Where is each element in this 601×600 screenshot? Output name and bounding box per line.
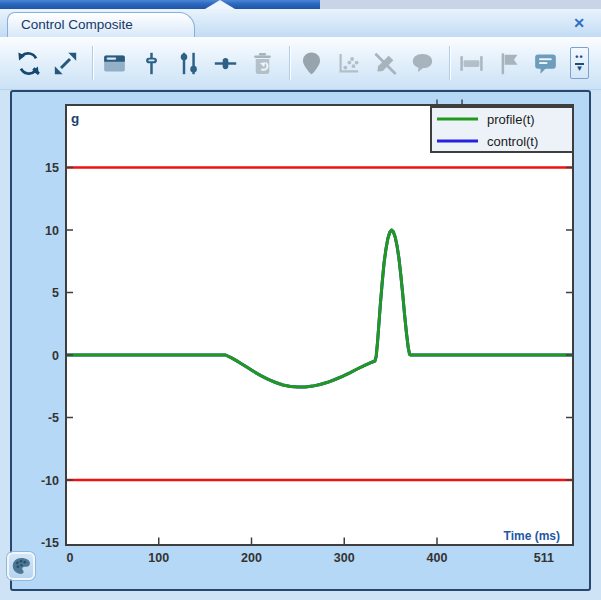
- chevron-down-icon: ▼: [576, 65, 584, 73]
- legend-label: control(t): [487, 134, 538, 149]
- flag-marker-icon: [495, 50, 522, 77]
- toolbar-separator: [449, 46, 451, 80]
- x-tick-label: 200: [241, 551, 262, 565]
- plot-panel: 151050-5-10-150100200300400511gTime (ms)…: [10, 90, 591, 591]
- tab-title: Control Composite: [21, 17, 133, 32]
- y-tick-label: -10: [41, 474, 59, 488]
- dual-sliders-icon[interactable]: [175, 50, 202, 77]
- y-tick-label: 10: [45, 224, 59, 238]
- y-axis-unit-label: g: [71, 111, 79, 126]
- marker-pin-icon: [298, 50, 325, 77]
- zoom-refresh-icon[interactable]: [15, 50, 42, 77]
- palette-button[interactable]: [7, 552, 35, 580]
- y-tick-label: -15: [41, 536, 59, 550]
- scatter-points-icon: [335, 50, 362, 77]
- close-icon[interactable]: ✕: [570, 14, 588, 32]
- horizontal-slider-icon[interactable]: [212, 50, 239, 77]
- x-tick-label: 300: [334, 551, 355, 565]
- plot-toolbar: [0, 37, 601, 90]
- toolbar-overflow-button[interactable]: •• ▼: [570, 47, 589, 79]
- note-comment-icon[interactable]: [532, 50, 559, 77]
- delete-restore-icon: [249, 50, 276, 77]
- x-tick-label: 400: [427, 551, 448, 565]
- speech-bubble-icon: [409, 50, 436, 77]
- panel-display-icon[interactable]: [101, 50, 128, 77]
- title-strip-highlight: [0, 0, 320, 9]
- legend-label: profile(t): [487, 112, 535, 127]
- vertical-cursor-icon[interactable]: [138, 50, 165, 77]
- tab-bar: Control Composite ✕: [0, 9, 601, 37]
- toolbar-separator: [92, 46, 94, 80]
- overflow-dots: ••: [575, 54, 583, 60]
- y-tick-label: -5: [48, 411, 59, 425]
- toolbar-separator: [289, 46, 291, 80]
- draw-disabled-icon: [372, 50, 399, 77]
- x-tick-label: 100: [148, 551, 169, 565]
- title-strip: [0, 0, 601, 9]
- tab-control-composite[interactable]: Control Composite: [7, 12, 195, 37]
- tab-notch: [205, 0, 235, 9]
- y-tick-label: 15: [45, 161, 59, 175]
- x-tick-label: 511: [534, 551, 554, 565]
- x-tick-label: 0: [67, 551, 74, 565]
- fit-expand-icon[interactable]: [52, 50, 79, 77]
- measure-band-icon: [458, 50, 485, 77]
- y-tick-label: 0: [52, 349, 59, 363]
- x-axis-label: Time (ms): [504, 529, 560, 543]
- composite-plot-canvas[interactable]: 151050-5-10-150100200300400511gTime (ms)…: [10, 90, 591, 591]
- palette-icon: [10, 555, 32, 577]
- y-tick-label: 5: [52, 286, 59, 300]
